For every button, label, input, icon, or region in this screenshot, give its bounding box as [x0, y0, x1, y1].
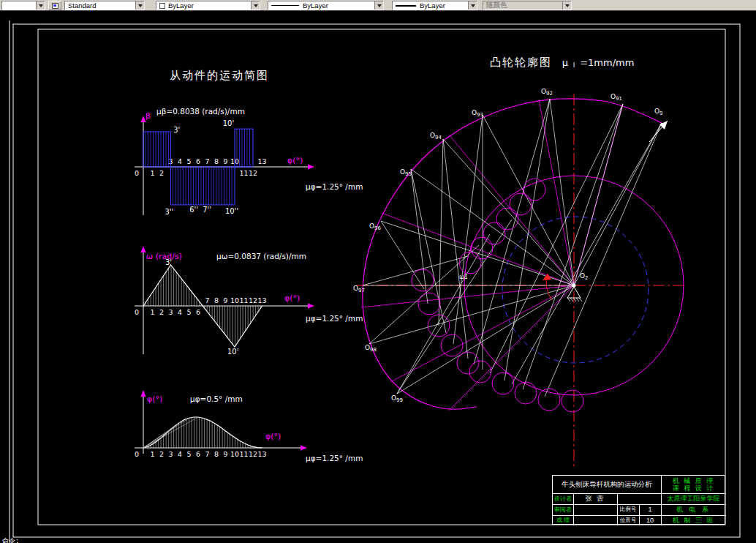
tick-label: 4 [178, 450, 182, 458]
radial-line [574, 123, 662, 285]
cam-center-label: O2 [580, 272, 589, 281]
roller-circle [538, 389, 560, 411]
tick-label: 2 [159, 450, 164, 458]
radial-line [550, 99, 574, 285]
cam-point-label: O96 [369, 222, 382, 231]
point-label: 10' [227, 348, 238, 356]
x-axis-label: φ(°) [284, 293, 300, 303]
radial-line [411, 169, 574, 285]
y-axis-label: ω (rad/s) [146, 252, 182, 261]
designer-label: 设计者 [553, 493, 573, 504]
ground-hatch [579, 298, 582, 302]
construction-line [439, 139, 443, 326]
right-diagram-title: 凸轮轮廓图 μ l =1mm/mm [490, 56, 634, 70]
scale-label: 比例号 [617, 504, 639, 515]
tick-label: 3 [168, 308, 173, 316]
caret-glyph [471, 4, 475, 7]
point-label: 3' [165, 258, 172, 266]
y-axis-arrow-icon [141, 246, 146, 252]
designer-name: 张 蕾 [573, 493, 617, 504]
chevron-down-icon[interactable] [36, 1, 45, 10]
construction-line [474, 99, 550, 364]
tick-label: 8 [214, 157, 219, 165]
roller-circle [459, 252, 481, 274]
construction-line [381, 221, 424, 289]
chevron-down-icon[interactable] [251, 1, 260, 10]
tick-label: 2 [159, 169, 164, 177]
tick-label: 13 [257, 450, 266, 458]
caret-glyph [377, 4, 382, 7]
tick-label: 8 [214, 450, 219, 458]
point-label: 7'' [203, 206, 211, 214]
cam-point-label: O95 [400, 168, 412, 177]
roller-circle [515, 382, 537, 404]
layer-combo[interactable] [1, 1, 45, 10]
caret-glyph [565, 4, 570, 7]
construction-line [512, 123, 662, 384]
tick-label: 10 [230, 296, 239, 304]
tick-label: 3 [168, 450, 173, 458]
tick-label: 8 [214, 296, 219, 304]
department-name: 机 电 系 [661, 504, 726, 515]
radial-line [483, 115, 574, 285]
scale-note: μφ=0.5° /mm [190, 394, 243, 403]
cam-point-label: O91 [611, 93, 622, 102]
tick-label: 1 [150, 169, 154, 177]
y-axis-label: β [145, 111, 151, 121]
radial-spoke [449, 285, 574, 411]
title-block: 牛头刨床导杆机构的运动分析 机 械 原 理 课 程 设 计 设计者 张 蕾 太原… [552, 475, 725, 525]
radial-spoke [539, 100, 574, 285]
construction-line [545, 123, 662, 397]
ground-hatch [570, 298, 573, 302]
class-name: 机 制 三 班 [661, 515, 726, 525]
outer-border [13, 24, 740, 537]
cam-point-label: O9 [654, 108, 663, 116]
tick-label: 6 [196, 450, 200, 458]
lineweight-combo[interactable]: ByLayer [392, 1, 477, 10]
tick-label: 5 [186, 157, 191, 165]
x-axis-arrow-icon [308, 165, 314, 170]
point-label: 3' [173, 126, 180, 134]
tick-label: 0 [135, 308, 139, 316]
command-line-hint[interactable]: 命令: [2, 536, 19, 543]
chart-velocity: ω (rad/s)φ(°)μω=0.0837 (rad/s)/mmμφ=1.25… [135, 246, 363, 356]
position-value: 10 [639, 515, 661, 525]
drawing-frame [10, 20, 740, 543]
linetype-combo[interactable]: ByLayer [268, 1, 384, 10]
chevron-down-icon[interactable] [562, 1, 571, 10]
style-combo[interactable]: Standard [64, 1, 145, 10]
lineweight-sample-icon [396, 5, 416, 7]
chevron-down-icon[interactable] [468, 1, 477, 10]
roller-circle [562, 390, 583, 412]
drawing-canvas[interactable]: 从动件的运动简图 凸轮轮廓图 μ l =1mm/mm βφ(°)μβ=0.803… [0, 0, 756, 543]
ground-hatch [567, 298, 570, 302]
x-axis-label: φ(°) [265, 432, 281, 441]
make-layer-current-button[interactable] [48, 1, 61, 10]
linetype-sample-icon [271, 5, 299, 6]
chevron-down-icon[interactable] [374, 1, 383, 10]
course-line2: 课 程 设 计 [673, 484, 715, 492]
roller-circle [523, 179, 545, 201]
chevron-down-icon[interactable] [135, 1, 144, 10]
radial-line [574, 104, 623, 285]
scale-note: μβ=0.8038 (rad/s)/mm [156, 107, 245, 116]
plotstyle-combo[interactable]: 随颜色 [483, 1, 572, 10]
cad-window: { "window": { "command_hint": "命令:" }, "… [0, 0, 756, 543]
omega-label: ω1 [459, 274, 468, 280]
ground-hatch [576, 298, 579, 302]
color-combo[interactable]: ByLayer [156, 1, 260, 10]
tick-label: 7 [205, 296, 209, 304]
tick-label: 12 [249, 169, 257, 177]
tick-label: 9 [223, 157, 227, 165]
chart-accel: βφ(°)μβ=0.8038 (rad/s)/mmμφ=1.25° /mm012… [135, 107, 363, 216]
tick-label: 7 [205, 450, 209, 458]
construction-line [411, 169, 446, 333]
cam-scale-mu: μ [562, 57, 568, 68]
roller-circle [418, 293, 440, 315]
tick-label: 11 [239, 450, 248, 458]
rotation-arrow-icon [543, 274, 551, 280]
tick-label: 6 [196, 157, 200, 165]
roller-circle [492, 372, 514, 394]
step-block [171, 167, 235, 205]
x-axis-arrow-icon [300, 446, 307, 451]
